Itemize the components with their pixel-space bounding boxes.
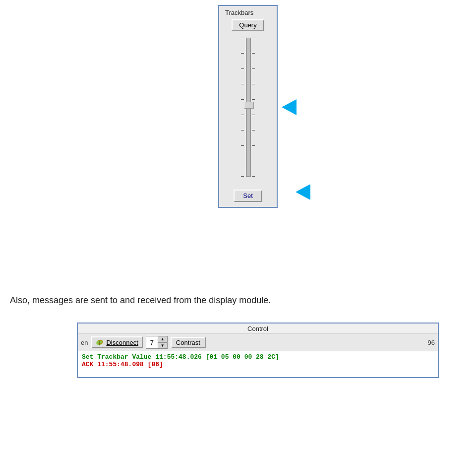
spinner-up-button[interactable]: ▲ bbox=[158, 336, 167, 343]
rtick-2 bbox=[252, 53, 255, 54]
spinner-arrows: ▲ ▼ bbox=[158, 336, 167, 348]
slider-container bbox=[233, 36, 263, 185]
tick-2 bbox=[241, 53, 245, 54]
tick-7 bbox=[241, 130, 245, 130]
control-panel: Control en Disconnect 7 ▲ ▼ Contrast 96 … bbox=[77, 323, 439, 378]
log-line-1: Set Trackbar Value 11:55:48.026 [01 05 0… bbox=[82, 353, 434, 361]
query-button[interactable]: Query bbox=[232, 19, 264, 31]
spinner-value: 7 bbox=[146, 338, 158, 347]
slider-arrow-container bbox=[282, 99, 297, 115]
log-line-2: ACK 11:55:48.098 [06] bbox=[82, 361, 434, 368]
tick-5 bbox=[241, 99, 245, 100]
rtick-1 bbox=[252, 38, 255, 38]
control-header: Control bbox=[78, 324, 438, 334]
set-button[interactable]: Set bbox=[234, 190, 262, 202]
disconnect-button[interactable]: Disconnect bbox=[91, 336, 142, 348]
rtick-9 bbox=[252, 161, 255, 161]
slider-track bbox=[246, 38, 251, 177]
contrast-button[interactable]: Contrast bbox=[171, 337, 206, 348]
tick-4 bbox=[241, 84, 245, 84]
rtick-10 bbox=[252, 176, 255, 177]
partial-label: en bbox=[81, 339, 88, 346]
slider-thumb[interactable] bbox=[244, 102, 254, 109]
tick-10 bbox=[241, 176, 245, 177]
tick-1 bbox=[241, 38, 245, 38]
control-toolbar: en Disconnect 7 ▲ ▼ Contrast 96 bbox=[78, 334, 438, 351]
rtick-3 bbox=[252, 68, 255, 69]
disconnect-label: Disconnect bbox=[106, 339, 138, 346]
trackbars-title: Trackbars bbox=[225, 9, 253, 16]
control-log: Set Trackbar Value 11:55:48.026 [01 05 0… bbox=[78, 351, 438, 377]
rtick-7 bbox=[252, 130, 255, 130]
tick-9 bbox=[241, 161, 245, 161]
contrast-spinner[interactable]: 7 ▲ ▼ bbox=[146, 336, 168, 349]
rtick-6 bbox=[252, 115, 255, 115]
svg-point-2 bbox=[100, 343, 101, 344]
rtick-5 bbox=[252, 99, 255, 100]
set-arrow-container bbox=[296, 184, 310, 200]
rtick-4 bbox=[252, 84, 255, 84]
trackbars-section: Trackbars Query bbox=[218, 5, 278, 208]
slider-track-wrapper bbox=[233, 36, 263, 185]
rtick-8 bbox=[252, 145, 255, 146]
trackbars-panel: Trackbars Query bbox=[218, 5, 278, 208]
slider-arrow-icon bbox=[282, 99, 297, 115]
body-text: Also, messages are sent to and received … bbox=[10, 295, 271, 306]
end-number: 96 bbox=[428, 339, 435, 346]
tick-8 bbox=[241, 145, 245, 146]
tick-6 bbox=[241, 115, 245, 115]
spinner-down-button[interactable]: ▼ bbox=[158, 343, 167, 349]
tick-3 bbox=[241, 68, 245, 69]
leaf-icon bbox=[95, 338, 104, 346]
set-arrow-icon bbox=[296, 184, 310, 200]
